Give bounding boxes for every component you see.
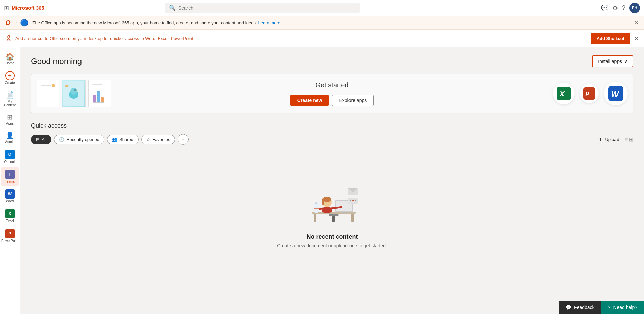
empty-state: No recent content Create a new document … — [31, 151, 633, 268]
list-view-button[interactable]: ≡ — [625, 136, 628, 143]
sidebar-item-word[interactable]: W Word — [1, 187, 19, 206]
svg-text:P: P — [585, 91, 590, 98]
sidebar-item-teams[interactable]: T Teams — [1, 167, 19, 186]
hero-document-previews — [31, 74, 116, 113]
svg-rect-1 — [41, 85, 51, 86]
learn-more-link[interactable]: Learn more — [258, 20, 280, 25]
avatar[interactable]: FH — [629, 3, 640, 13]
install-apps-button[interactable]: Install apps ∨ — [592, 55, 633, 67]
quick-access-section: Quick access ⊞ All 🕐 Recently opened 👥 S… — [31, 122, 633, 268]
banner2-text: Add a shortcut to Office.com on your des… — [15, 36, 195, 41]
svg-rect-14 — [92, 87, 99, 87]
hero-center: Get started Create new Explore apps — [116, 81, 548, 106]
sidebar-item-home[interactable]: 🏠 Home — [1, 50, 19, 68]
grid-view-button[interactable]: ⊞ — [629, 136, 633, 143]
svg-rect-17 — [101, 97, 104, 103]
svg-point-41 — [352, 200, 354, 201]
feedback-button[interactable]: 💬 Feedback — [559, 301, 601, 314]
grid-icon[interactable]: ⊞ — [4, 4, 9, 12]
need-help-button[interactable]: ? Need help? — [601, 301, 644, 314]
sidebar-item-admin-label: Admin — [5, 140, 14, 144]
banner1-text: The Office app is becoming the new Micro… — [33, 20, 257, 25]
filter-favorites[interactable]: ☆ Favorites — [141, 135, 175, 144]
teams-icon: T — [5, 170, 15, 179]
search-bar: 🔍 — [165, 3, 360, 13]
svg-point-5 — [52, 84, 55, 87]
search-icon: 🔍 — [169, 5, 176, 11]
banner1-close-icon[interactable]: ✕ — [634, 20, 639, 26]
svg-text:X: X — [559, 90, 565, 98]
sidebar-item-admin[interactable]: 👤 Admin — [1, 129, 19, 146]
svg-point-11 — [65, 85, 68, 87]
banner2-close-icon[interactable]: ✕ — [634, 35, 639, 42]
sidebar-item-excel-label: Excel — [6, 219, 14, 223]
sidebar-item-apps-label: Apps — [6, 122, 14, 125]
hero-word-icon: W — [604, 82, 628, 105]
svg-point-40 — [350, 200, 351, 201]
search-input[interactable] — [178, 5, 356, 11]
filter-all-label: All — [42, 137, 46, 142]
svg-rect-15 — [93, 95, 96, 103]
svg-rect-16 — [97, 91, 100, 103]
svg-rect-13 — [92, 84, 102, 85]
chat-icon[interactable]: 💬 — [601, 4, 608, 12]
hero-banner: Get started Create new Explore apps X — [31, 74, 633, 113]
hero-doc-preview-2 — [62, 80, 86, 107]
shortcut-ribbon-icon: 🎗 — [5, 35, 12, 42]
word-icon: W — [5, 189, 15, 199]
svg-rect-18 — [93, 102, 104, 103]
filter-shared[interactable]: 👥 Shared — [107, 135, 139, 144]
outlook-icon: O — [5, 150, 15, 159]
apps-icon: ⊞ — [7, 113, 13, 121]
sidebar: 🏠 Home + Create 📄 My Content ⊞ Apps 👤 Ad… — [0, 47, 20, 314]
quick-access-title: Quick access — [31, 122, 633, 129]
hero-app-icons: X P W — [548, 76, 633, 111]
empty-subtitle: Create a new document or upload one to g… — [277, 243, 387, 248]
upload-icon: ⬆ — [599, 137, 602, 142]
filter-all[interactable]: ⊞ All — [31, 135, 51, 144]
help-icon[interactable]: ? — [622, 4, 625, 11]
sidebar-item-outlook-label: Outlook — [4, 160, 15, 164]
feedback-icon: 💬 — [566, 305, 571, 310]
hero-buttons: Create new Explore apps — [116, 95, 548, 106]
sidebar-item-home-label: Home — [5, 61, 14, 65]
filter-add-button[interactable]: + — [178, 134, 188, 145]
svg-rect-44 — [315, 202, 317, 204]
sidebar-item-my-content[interactable]: 📄 My Content — [1, 88, 19, 110]
sidebar-item-powerpoint-label: PowerPoint — [1, 239, 18, 243]
feedback-label: Feedback — [574, 305, 594, 310]
all-icon: ⊞ — [36, 137, 40, 142]
hero-excel-icon: X — [553, 83, 575, 104]
chevron-down-icon: ∨ — [624, 59, 627, 64]
sidebar-item-create[interactable]: + Create — [1, 68, 19, 87]
create-new-button[interactable]: Create new — [290, 95, 329, 106]
svg-rect-26 — [314, 214, 316, 222]
svg-rect-45 — [314, 208, 319, 209]
app-title: Microsoft 365 — [12, 5, 44, 11]
add-shortcut-button[interactable]: Add Shortcut — [591, 33, 630, 44]
explore-apps-button[interactable]: Explore apps — [332, 95, 374, 106]
sidebar-item-word-label: Word — [6, 199, 14, 203]
hero-title: Get started — [116, 81, 548, 89]
sidebar-item-outlook[interactable]: O Outlook — [1, 147, 19, 166]
sidebar-item-powerpoint[interactable]: P PowerPoint — [1, 226, 19, 245]
settings-icon[interactable]: ⚙ — [612, 4, 618, 12]
hero-doc-preview-3 — [88, 80, 111, 107]
sidebar-item-excel[interactable]: X Excel — [1, 206, 19, 226]
filter-bar: ⊞ All 🕐 Recently opened 👥 Shared ☆ Favor… — [31, 134, 633, 145]
install-apps-label: Install apps — [598, 59, 622, 64]
filter-recently-opened-label: Recently opened — [66, 137, 99, 142]
filter-favorites-label: Favorites — [152, 137, 170, 142]
banner1-icons: O → 🔵 — [5, 19, 29, 27]
svg-rect-32 — [341, 212, 347, 213]
svg-rect-0 — [38, 81, 58, 106]
svg-rect-28 — [329, 214, 339, 216]
m365-icon: 🔵 — [20, 19, 29, 27]
bottom-bar: 💬 Feedback ? Need help? — [559, 301, 644, 314]
filter-recently-opened[interactable]: 🕐 Recently opened — [54, 135, 104, 144]
topbar-actions: 💬 ⚙ ? FH — [601, 3, 640, 13]
shortcut-banner: 🎗 Add a shortcut to Office.com on your d… — [0, 30, 644, 47]
sidebar-item-apps[interactable]: ⊞ Apps — [1, 110, 19, 128]
empty-title: No recent content — [306, 233, 358, 240]
upload-button[interactable]: ⬆ Upload — [599, 137, 619, 142]
